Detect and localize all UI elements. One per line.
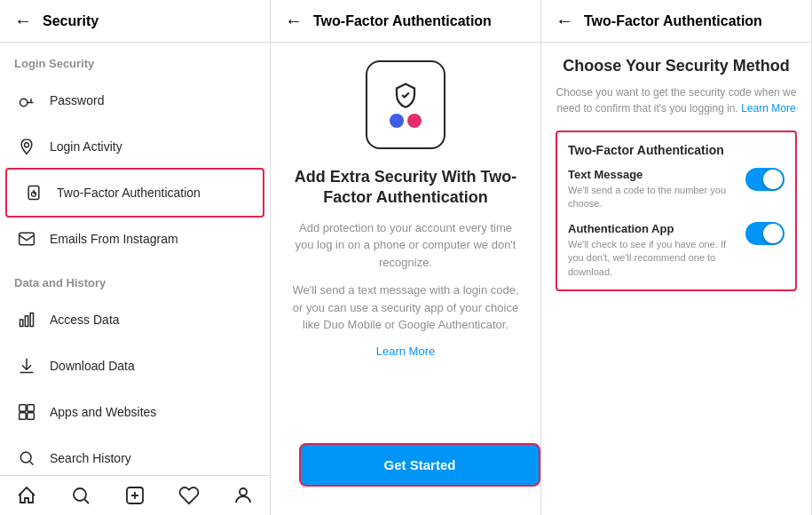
location-icon — [14, 134, 39, 159]
two-factor-intro-panel: ← Two-Factor Authentication Add Extra Se… — [271, 0, 541, 515]
back-arrow-icon[interactable]: ← — [14, 11, 32, 31]
security-title: Security — [43, 13, 99, 29]
get-started-container: Get Started — [271, 443, 540, 515]
tfa-options-box: Two-Factor Authentication Text Message W… — [556, 131, 797, 291]
svg-point-15 — [240, 488, 247, 495]
menu-item-login-activity[interactable]: Login Activity — [0, 123, 270, 170]
intro-desc-2: We'll send a text message with a login c… — [292, 281, 519, 334]
text-message-toggle[interactable] — [745, 168, 784, 191]
auth-app-desc: We'll check to see if you have one. If y… — [568, 238, 738, 279]
get-started-button[interactable]: Get Started — [299, 443, 540, 487]
circle-pink — [407, 114, 422, 128]
menu-item-two-factor[interactable]: Two-Factor Authentication — [7, 170, 263, 216]
text-message-label: Text Message — [568, 168, 738, 181]
choose-method-content: Choose Your Security Method Choose you w… — [541, 43, 811, 515]
menu-item-emails[interactable]: Emails From Instagram — [0, 216, 270, 262]
method-desc: Choose you want to get the security code… — [556, 84, 797, 116]
download-data-label: Download Data — [50, 359, 135, 373]
data-history-label: Data and History — [0, 262, 270, 297]
svg-rect-4 — [20, 233, 35, 244]
tfa-auth-app-text: Authentication App We'll check to see if… — [568, 222, 738, 279]
key-icon — [14, 88, 39, 113]
choose-method-header: ← Two-Factor Authentication — [541, 0, 811, 43]
search-history-label: Search History — [50, 451, 131, 465]
method-title: Choose Your Security Method — [556, 57, 797, 75]
security-panel: ← Security Login Security Password Log — [0, 0, 271, 515]
svg-rect-8 — [20, 405, 27, 412]
tfa-text-message-option: Text Message We'll send a code to the nu… — [568, 168, 784, 211]
access-data-label: Access Data — [50, 313, 120, 327]
svg-rect-11 — [28, 413, 35, 420]
back-arrow-icon-3[interactable]: ← — [556, 11, 573, 31]
choose-method-title: Two-Factor Authentication — [584, 13, 762, 29]
svg-point-13 — [74, 488, 86, 501]
svg-rect-7 — [30, 313, 33, 327]
svg-rect-5 — [20, 320, 23, 327]
intro-title: Add Extra Security With Two-Factor Authe… — [292, 167, 519, 209]
grid-icon — [14, 400, 39, 424]
menu-item-search-history[interactable]: Search History — [0, 435, 270, 475]
search-nav-icon[interactable] — [70, 485, 91, 506]
menu-item-download-data[interactable]: Download Data — [0, 343, 270, 389]
svg-rect-9 — [28, 405, 35, 412]
auth-app-label: Authentication App — [568, 222, 738, 235]
method-learn-more-link[interactable]: Learn More — [741, 102, 795, 115]
svg-point-12 — [20, 452, 31, 463]
menu-item-access-data[interactable]: Access Data — [0, 297, 270, 343]
home-nav-icon[interactable] — [16, 485, 37, 506]
intro-desc-1: Add protection to your account every tim… — [292, 219, 519, 272]
emails-label: Emails From Instagram — [50, 232, 178, 246]
svg-point-0 — [20, 99, 28, 106]
phone-illustration — [366, 60, 445, 149]
circle-blue — [390, 114, 404, 128]
add-nav-icon[interactable] — [124, 485, 146, 506]
apps-websites-label: Apps and Websites — [50, 405, 156, 419]
text-message-desc: We'll send a code to the number you choo… — [568, 184, 738, 211]
two-factor-intro-content: Add Extra Security With Two-Factor Authe… — [271, 43, 540, 443]
svg-rect-10 — [20, 413, 27, 420]
choose-method-panel: ← Two-Factor Authentication Choose Your … — [541, 0, 812, 515]
tfa-box-title: Two-Factor Authentication — [568, 143, 784, 157]
security-menu: Login Security Password Login Activity — [0, 43, 270, 475]
intro-learn-more-link[interactable]: Learn More — [376, 345, 435, 358]
login-activity-label: Login Activity — [50, 139, 122, 154]
circle-icons — [390, 114, 422, 128]
password-label: Password — [50, 93, 104, 107]
two-factor-intro-header: ← Two-Factor Authentication — [271, 0, 540, 43]
tfa-text-message-text: Text Message We'll send a code to the nu… — [568, 168, 738, 211]
heart-nav-icon[interactable] — [178, 485, 200, 506]
security-header: ← Security — [0, 0, 270, 43]
auth-app-toggle[interactable] — [745, 222, 784, 245]
email-icon — [14, 226, 39, 251]
search-icon — [14, 446, 39, 471]
svg-rect-6 — [25, 316, 28, 327]
menu-item-password[interactable]: Password — [0, 77, 270, 123]
two-factor-label: Two-Factor Authentication — [57, 186, 201, 200]
two-factor-intro-title: Two-Factor Authentication — [313, 13, 492, 29]
bottom-nav — [0, 475, 270, 515]
back-arrow-icon-2[interactable]: ← — [285, 11, 303, 31]
svg-point-1 — [25, 143, 29, 147]
profile-nav-icon[interactable] — [233, 485, 254, 506]
two-factor-icon — [21, 180, 46, 205]
shield-illustration-icon — [392, 82, 419, 108]
download-icon — [14, 353, 39, 378]
tfa-auth-app-option: Authentication App We'll check to see if… — [568, 222, 784, 279]
menu-item-apps-websites[interactable]: Apps and Websites — [0, 389, 270, 435]
chart-icon — [14, 307, 39, 332]
login-security-label: Login Security — [0, 43, 270, 77]
